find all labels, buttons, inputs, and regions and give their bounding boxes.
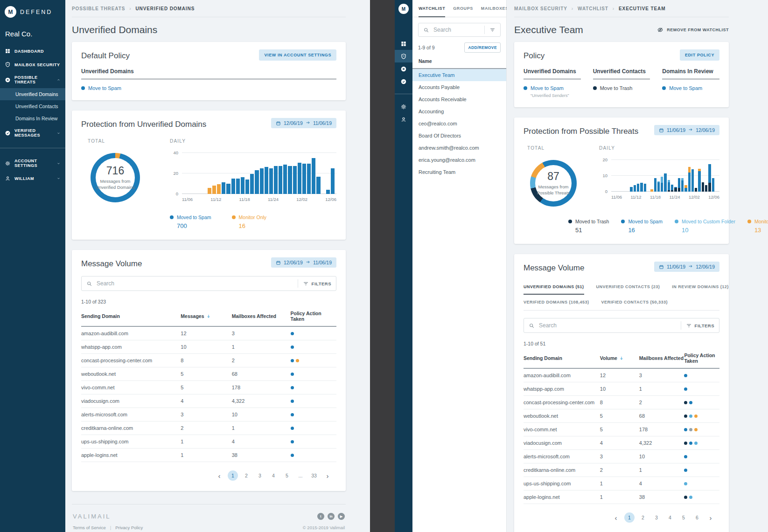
tab-verified-domains-108-453-[interactable]: VERIFIED DOMAINS (108,453) [524,295,589,310]
table-row[interactable]: apple-logins.net138 [524,491,719,504]
page-button-5[interactable]: 5 [678,512,689,523]
table-row[interactable]: alerts-microsoft.com310 [524,450,719,463]
breadcrumb-item[interactable]: POSSIBLE THREATS [72,6,125,11]
sidebar-subitem[interactable]: Unverified Domains [0,88,65,100]
bar [265,153,268,194]
tab-groups[interactable]: GROUPS [453,0,473,17]
next-page-button[interactable]: › [322,470,333,481]
table-row[interactable]: viadocusign.com44,322 [81,394,336,408]
column-header-messages[interactable]: Messages [181,306,231,326]
column-header-volume[interactable]: Volume [600,348,639,368]
check-circle-icon[interactable] [395,75,412,88]
bar [695,160,697,192]
shield-icon[interactable] [395,50,412,62]
breadcrumb-item[interactable]: EXECUTIVE TEAM [619,6,665,11]
sending-domain-cell: apple-logins.net [81,449,181,462]
page-button-2[interactable]: 2 [638,512,648,523]
policy-action-cell [684,368,719,382]
previous-page-button[interactable]: ‹ [611,512,621,523]
page-button-3[interactable]: 3 [255,470,265,481]
list-item[interactable]: andrew.smith@realco.com [412,142,506,154]
sidebar-item-william[interactable]: WILLIAM [0,172,65,185]
sidebar-item-account-settings[interactable]: ACCOUNT SETTINGS [0,155,65,172]
date-range-picker[interactable]: 11/06/19 12/06/19 [654,125,719,135]
page-button-2[interactable]: 2 [241,470,251,481]
remove-from-watchlist-button[interactable]: REMOVE FROM WATCHLIST [657,27,729,33]
table-row[interactable]: creditkarna-online.com21 [81,421,336,435]
date-range-picker[interactable]: 12/06/19 11/06/19 [271,118,336,128]
person-icon[interactable] [395,113,412,125]
sidebar-item-verified-messages[interactable]: VERIFIED MESSAGES [0,124,65,141]
table-row[interactable]: ups-us-shipping.com14 [81,435,336,449]
table-row[interactable]: viadocusign.com44,322 [524,436,719,450]
grid-icon[interactable] [395,37,412,50]
sidebar-item-dashboard[interactable]: DASHBOARD [0,44,65,58]
table-row[interactable]: concast-processing-center.com82 [524,396,719,409]
breadcrumb-item[interactable]: WATCHLIST [578,6,608,11]
linkedin-icon[interactable]: in [328,513,335,520]
page-button-4[interactable]: 4 [665,512,675,523]
table-row[interactable]: vivo-comm.net5178 [81,381,336,394]
page-button-6[interactable]: 6 [692,512,702,523]
table-row[interactable]: whatspp-app.com101 [524,382,719,396]
table-row[interactable]: concast-processing-center.com82 [81,354,336,367]
tab-unverified-contacts-23-[interactable]: UNVERIFIED CONTACTS (23) [596,279,660,295]
org-name: Real Co. [0,22,65,44]
sidebar-subitem[interactable]: Unverified Contacts [0,100,65,112]
next-page-button[interactable]: › [705,512,716,523]
watchlist-filter-button[interactable] [489,27,496,33]
watchlist-search-input[interactable] [433,27,480,33]
list-item[interactable]: Accounting [412,105,506,117]
page-button-4[interactable]: 4 [268,470,279,481]
tab-mailboxes[interactable]: MAILBOXES [481,0,509,17]
previous-page-button[interactable]: ‹ [214,470,224,481]
list-item[interactable]: Recruiting Team [412,166,506,178]
tab-verified-contacts-50-333-[interactable]: VERIFIED CONTACTS (50,333) [601,295,668,310]
footer-link[interactable]: Privacy Policy [115,525,143,530]
add-remove-button[interactable]: ADD/REMOVE [464,42,501,53]
view-in-account-settings-button[interactable]: VIEW IN ACCOUNT SETTINGS [259,49,336,61]
search-input[interactable] [97,280,293,287]
table-row[interactable]: creditkarna-online.com21 [524,463,719,477]
sidebar-item-mailbox-security[interactable]: MAILBOX SECURITY [0,58,65,71]
youtube-icon[interactable]: ▶ [338,513,345,520]
list-item[interactable]: Accounts Payable [412,81,506,93]
page-button-1[interactable]: 1 [624,512,635,523]
filters-button[interactable]: FILTERS [303,281,331,287]
list-item[interactable]: Executive Team [412,69,506,81]
table-row[interactable]: weboutlook.net568 [81,367,336,381]
sidebar-item-possible-threats[interactable]: POSSIBLE THREATS [0,71,65,88]
tab-in-review-domains-12-[interactable]: IN REVIEW DOMAINS (12) [672,279,729,295]
breadcrumb-item[interactable]: UNVERIFIED DOMAINS [135,6,195,11]
page-button-5[interactable]: 5 [282,470,292,481]
filters-button[interactable]: FILTERS [686,323,714,329]
twitter-icon[interactable]: t [317,513,324,520]
date-range-picker[interactable]: 11/06/19 12/06/19 [654,262,719,272]
table-row[interactable]: vivo-comm.net5178 [524,423,719,436]
page-button-1[interactable]: 1 [228,470,238,481]
table-row[interactable]: apple-logins.net138 [81,449,336,462]
bar [613,160,615,192]
table-row[interactable]: amazon-audibill.com123 [524,368,719,382]
table-row[interactable]: ups-us-shipping.com14 [524,477,719,491]
table-row[interactable]: whatspp-app.com101 [81,340,336,354]
list-item[interactable]: ceo@realco.com [412,117,506,130]
page-button-3[interactable]: 3 [651,512,662,523]
tab-unverified-domains-51-[interactable]: UNVERIFIED DOMAINS (51) [524,279,584,295]
search-input[interactable] [539,322,676,329]
list-item[interactable]: erica.young@realco.com [412,154,506,166]
sidebar-subitem[interactable]: Domains In Review [0,112,65,124]
list-item[interactable]: Board Of Directors [412,130,506,142]
date-range-picker[interactable]: 12/06/19 11/06/19 [271,257,336,268]
table-row[interactable]: alerts-microsoft.com310 [81,408,336,421]
page-button-33[interactable]: 33 [309,470,319,481]
footer-link[interactable]: Terms of Service [73,525,106,530]
list-item[interactable]: Accounts Receivable [412,93,506,105]
table-row[interactable]: weboutlook.net568 [524,409,719,423]
edit-policy-button[interactable]: EDIT POLICY [680,49,719,61]
tab-watchlist[interactable]: WATCHLIST [419,0,445,17]
table-row[interactable]: amazon-audibill.com123 [81,326,336,340]
gear-icon[interactable] [395,100,412,113]
x-circle-icon[interactable] [395,62,412,75]
breadcrumb-item[interactable]: MAILBOX SECURITY [514,6,567,11]
